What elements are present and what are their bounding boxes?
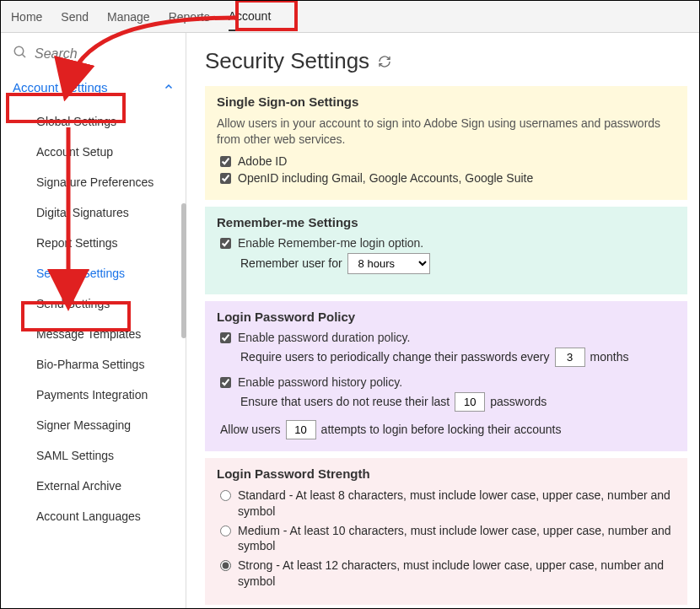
radio-strength-0[interactable] — [220, 490, 231, 501]
radio-strength-1[interactable] — [220, 525, 231, 536]
sso-desc: Allow users in your account to sign into… — [217, 116, 676, 148]
sidebar-item-account-setup[interactable]: Account Setup — [1, 137, 186, 167]
history-prefix: Ensure that users do not reuse their las… — [240, 395, 450, 408]
label-strength-0: Standard - At least 8 characters, must i… — [238, 488, 676, 520]
strength-heading: Login Password Strength — [217, 466, 676, 481]
duration-suffix: months — [590, 350, 629, 364]
allow-prefix: Allow users — [220, 423, 281, 436]
remember-panel: Remember-me Settings Enable Remember-me … — [205, 207, 687, 294]
select-remember-duration[interactable]: 8 hours — [347, 253, 430, 274]
remember-prefix: Remember user for — [240, 256, 342, 270]
input-allow-attempts[interactable] — [286, 420, 316, 439]
search-input[interactable] — [35, 46, 175, 62]
sidebar-item-security-settings[interactable]: Security Settings — [1, 258, 186, 288]
page-title: Security Settings — [205, 48, 687, 74]
sidebar-item-payments-integration[interactable]: Payments Integration — [1, 380, 186, 410]
sidebar-item-signature-preferences[interactable]: Signature Preferences — [1, 167, 186, 197]
sidebar-section-label: Account Settings — [13, 80, 108, 94]
history-suffix: passwords — [490, 395, 547, 408]
top-nav: HomeSendManageReportsAccount — [1, 1, 699, 33]
radio-strength-2[interactable] — [220, 560, 231, 571]
sidebar-item-external-archive[interactable]: External Archive — [1, 471, 186, 501]
sidebar: Account Settings Global SettingsAccount … — [1, 33, 186, 608]
sidebar-item-message-templates[interactable]: Message Templates — [1, 319, 186, 349]
label-history-policy: Enable password history policy. — [238, 375, 402, 389]
password-strength-panel: Login Password Strength Standard - At le… — [205, 458, 687, 605]
checkbox-duration-policy[interactable] — [220, 332, 231, 343]
checkbox-remember-me[interactable] — [220, 238, 231, 249]
chevron-up-icon — [164, 81, 174, 94]
duration-prefix: Require users to periodically change the… — [240, 350, 550, 364]
label-duration-policy: Enable password duration policy. — [238, 331, 410, 344]
label-strength-1: Medium - At least 10 characters, must in… — [238, 523, 676, 555]
sidebar-item-send-settings[interactable]: Send Settings — [1, 288, 186, 319]
remember-heading: Remember-me Settings — [217, 215, 676, 229]
checkbox-adobe-id[interactable] — [220, 156, 231, 167]
sidebar-item-report-settings[interactable]: Report Settings — [1, 228, 186, 258]
sidebar-section-account-settings[interactable]: Account Settings — [1, 73, 186, 101]
sidebar-search[interactable] — [1, 33, 186, 73]
sidebar-item-account-languages[interactable]: Account Languages — [1, 501, 186, 531]
input-duration-months[interactable] — [555, 348, 585, 367]
nav-item-manage[interactable]: Manage — [107, 3, 150, 30]
sidebar-nav-list: Global SettingsAccount SetupSignature Pr… — [1, 101, 186, 536]
label-strength-2: Strong - At least 12 characters, must in… — [238, 558, 676, 590]
sso-panel: Single Sign-on Settings Allow users in y… — [205, 86, 687, 200]
allow-suffix: attempts to login before locking their a… — [321, 423, 562, 436]
sidebar-item-signer-messaging[interactable]: Signer Messaging — [1, 410, 186, 440]
checkbox-history-policy[interactable] — [220, 377, 231, 388]
svg-line-1 — [22, 54, 25, 57]
sidebar-item-bio-pharma-settings[interactable]: Bio-Pharma Settings — [1, 349, 186, 380]
input-history-count[interactable] — [455, 392, 485, 412]
content-area: Security Settings Single Sign-on Setting… — [186, 33, 699, 608]
password-policy-panel: Login Password Policy Enable password du… — [205, 301, 687, 451]
nav-item-account[interactable]: Account — [229, 3, 272, 31]
checkbox-openid[interactable] — [220, 173, 231, 184]
sidebar-scrollbar[interactable] — [181, 203, 186, 338]
sidebar-item-global-settings[interactable]: Global Settings — [1, 106, 186, 137]
sidebar-item-digital-signatures[interactable]: Digital Signatures — [1, 197, 186, 228]
sso-heading: Single Sign-on Settings — [217, 94, 676, 109]
page-title-text: Security Settings — [205, 48, 369, 74]
nav-item-home[interactable]: Home — [11, 3, 42, 30]
svg-point-0 — [14, 46, 24, 56]
policy-heading: Login Password Policy — [217, 310, 676, 324]
label-remember-me: Enable Remember-me login option. — [238, 236, 423, 250]
label-openid: OpenID including Gmail, Google Accounts,… — [238, 171, 533, 185]
search-icon — [13, 45, 28, 63]
sidebar-item-saml-settings[interactable]: SAML Settings — [1, 440, 186, 471]
refresh-icon[interactable] — [378, 48, 391, 74]
nav-item-reports[interactable]: Reports — [169, 3, 210, 30]
nav-item-send[interactable]: Send — [61, 3, 89, 30]
label-adobe-id: Adobe ID — [238, 154, 287, 168]
